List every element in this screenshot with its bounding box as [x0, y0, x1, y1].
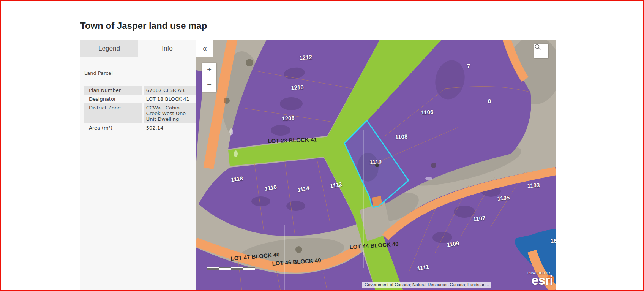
- search-icon: [534, 44, 541, 51]
- attribute-value: CCWa - Cabin Creek West One-Unit Dwellin…: [143, 103, 196, 123]
- zoom-out-button[interactable]: −: [202, 77, 216, 92]
- attributes-table: Plan Number67067 CLSR ABDesignatorLOT 18…: [84, 86, 196, 132]
- attribute-row: Area (m²)502.14: [84, 123, 196, 132]
- parcel-label-16: 16: [551, 237, 556, 244]
- selected-parcel-marker: [375, 163, 379, 167]
- esri-logo: POWERED BY esri: [519, 271, 555, 291]
- panel-body: Land Parcel Plan Number67067 CLSR ABDesi…: [80, 57, 196, 132]
- attribute-value: LOT 18 BLOCK 41: [143, 95, 196, 103]
- page: Town of Jasper land use map LegendInfo L…: [0, 0, 644, 291]
- attribute-value: 502.14: [143, 123, 196, 132]
- top-divider: [80, 11, 556, 11]
- zoom-in-button[interactable]: +: [202, 63, 216, 77]
- attribute-label: Designator: [84, 95, 143, 103]
- collapse-panel-button[interactable]: «: [196, 40, 213, 57]
- attribute-row: Plan Number67067 CLSR AB: [84, 86, 196, 95]
- zoom-controls: + −: [202, 63, 216, 92]
- attribute-label: Area (m²): [84, 123, 143, 132]
- attribute-label: District Zone: [84, 103, 143, 123]
- tab-info[interactable]: Info: [138, 40, 196, 57]
- attribute-row: DesignatorLOT 18 BLOCK 41: [84, 95, 196, 103]
- parcel-label-1212: 1212: [299, 54, 312, 61]
- parcel-label-1106: 1106: [421, 109, 433, 116]
- esri-brand-text: esri: [519, 275, 555, 286]
- parcel-label-1210: 1210: [291, 84, 304, 91]
- parcel-label-8: 8: [488, 98, 491, 104]
- parcel-label-1107: 1107: [473, 215, 486, 222]
- attribute-label: Plan Number: [84, 86, 143, 95]
- attribute-value: 67067 CLSR AB: [143, 86, 196, 95]
- search-button[interactable]: [534, 44, 548, 58]
- map-attribution: Government of Canada; Natural Resources …: [362, 282, 491, 288]
- parcel-label-1108: 1108: [395, 133, 407, 141]
- parcel-label-1208: 1208: [282, 115, 295, 122]
- parcel-label-1105: 1105: [497, 194, 510, 202]
- attribute-row: District ZoneCCWa - Cabin Creek West One…: [84, 103, 196, 123]
- map-viewport[interactable]: 1212712108110612081108LOT 23 BLOCK 41111…: [196, 40, 556, 291]
- table-divider: [82, 82, 194, 82]
- tab-legend[interactable]: Legend: [80, 40, 138, 57]
- parcel-label-7: 7: [467, 63, 470, 69]
- scale-bar: [207, 267, 255, 270]
- panel-tabs: LegendInfo: [80, 40, 196, 57]
- section-title: Land Parcel: [84, 70, 196, 76]
- page-title: Town of Jasper land use map: [80, 21, 207, 31]
- parcel-label-1103: 1103: [527, 182, 540, 189]
- side-panel: LegendInfo Land Parcel Plan Number67067 …: [80, 40, 196, 291]
